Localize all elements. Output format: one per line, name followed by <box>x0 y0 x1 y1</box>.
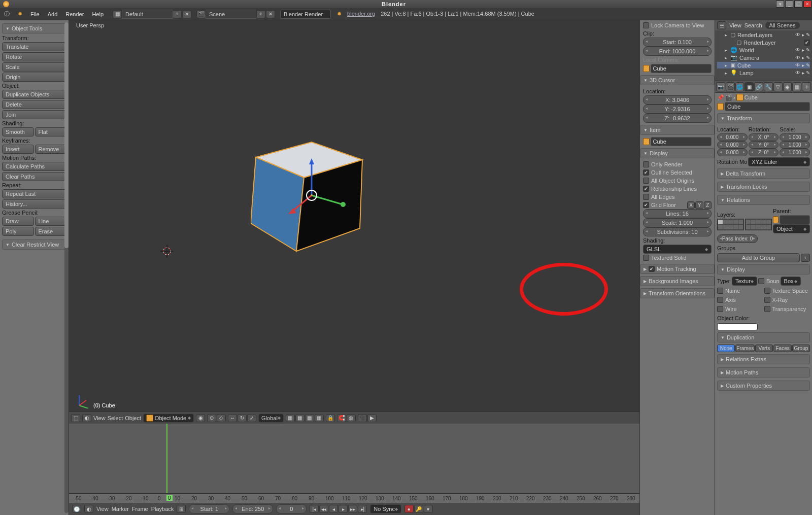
all-origins-check[interactable]: All Object Origins <box>643 177 712 185</box>
grid-scale-field[interactable]: Scale: 1.000 <box>643 218 712 227</box>
pivot-icon[interactable]: ⊙ <box>207 414 216 422</box>
transform-orient-header[interactable]: Transform Orientations <box>640 288 715 298</box>
only-render-check[interactable]: Only Render <box>643 160 712 168</box>
rel-lines-check[interactable]: Relationship Lines <box>643 185 712 193</box>
viewport-shading-icon[interactable]: ◉ <box>196 414 205 422</box>
dup-none[interactable]: None <box>717 345 735 352</box>
scene-del-button[interactable]: ✕ <box>266 10 275 18</box>
textured-solid-check[interactable]: Textured Solid <box>643 254 712 262</box>
duplicate-button[interactable]: Duplicate Objects <box>2 90 66 99</box>
ptab-constraints[interactable]: 🔗 <box>754 82 763 91</box>
scl-y[interactable]: 1.000 <box>780 141 810 149</box>
layout-preset-field[interactable]: Default <box>122 10 173 19</box>
tl-range-icon[interactable]: ⊞ <box>177 505 186 513</box>
join-button[interactable]: Join <box>2 110 66 119</box>
shading-dropdown[interactable]: GLSL <box>643 245 712 254</box>
layout-del-button[interactable]: ✕ <box>182 10 191 18</box>
ol-view[interactable]: View <box>729 22 741 28</box>
render-preview-icon[interactable]: 🎥 <box>358 414 367 422</box>
outliner-item[interactable]: ▸📷Camera👁▸✎ <box>717 54 810 61</box>
blender-link[interactable]: blender.org <box>343 11 379 17</box>
window-max-button[interactable]: ▢ <box>794 1 802 8</box>
manip-rotate-icon[interactable]: ↻ <box>238 414 247 422</box>
loc-y[interactable]: 0.000 <box>717 141 748 149</box>
cursor-z-field[interactable]: Z: -0.9632 <box>643 114 712 123</box>
dup-verts[interactable]: Verts <box>755 345 773 352</box>
gp-poly-button[interactable]: Poly <box>2 227 34 236</box>
object-color-swatch[interactable] <box>717 323 758 330</box>
loc-z[interactable]: 0.000 <box>717 149 748 156</box>
lock-layers-icon[interactable]: 🔒 <box>326 414 335 422</box>
tl-menu-view[interactable]: View <box>96 506 109 512</box>
render-anim-icon[interactable]: ▶ <box>367 414 377 422</box>
3d-viewport[interactable]: User Persp <box>69 20 639 424</box>
splash-icon[interactable]: ✹ <box>14 9 25 19</box>
viewport-editor-icon[interactable]: ⬚ <box>71 414 80 422</box>
clip-end-field[interactable]: End: 1000.000 <box>643 47 712 56</box>
pass-index-field[interactable]: Pass Index: 0 <box>717 234 758 243</box>
bounds-type-dropdown[interactable]: Box <box>781 277 801 286</box>
dup-group[interactable]: Group <box>792 345 810 352</box>
display-panel-header[interactable]: Display <box>640 148 715 158</box>
prev-key-button[interactable]: ◂◂ <box>319 505 328 513</box>
scale-button[interactable]: Scale <box>2 62 66 72</box>
disp-name-check[interactable]: Name <box>717 287 763 295</box>
keyset-icon[interactable]: 🔑 <box>414 505 423 513</box>
outliner-item[interactable]: ▢RenderLayer <box>717 39 810 46</box>
remove-key-button[interactable]: Remove <box>35 145 67 154</box>
relations-header[interactable]: Relations <box>717 195 810 205</box>
parent-type-dropdown[interactable]: Object <box>773 224 810 233</box>
layout-add-button[interactable]: + <box>173 10 182 18</box>
layers-buttons[interactable]: ▦▦▦▦ <box>286 414 324 422</box>
relations-extras-header[interactable]: Relations Extras <box>717 354 810 364</box>
dup-faces[interactable]: Faces <box>773 345 791 352</box>
disp-xray-check[interactable]: X-Ray <box>764 296 810 304</box>
gp-draw-button[interactable]: Draw <box>2 217 34 226</box>
rot-mode-dropdown[interactable]: XYZ Euler <box>748 157 810 166</box>
flat-button[interactable]: Flat <box>35 127 67 136</box>
clear-paths-button[interactable]: Clear Paths <box>2 172 66 181</box>
item-panel-header[interactable]: Item <box>640 125 715 135</box>
timeline-expand-icon[interactable]: ◐ <box>84 505 93 513</box>
jump-end-button[interactable]: ▸| <box>358 505 367 513</box>
cube-object[interactable] <box>251 112 383 264</box>
add-group-plus[interactable]: + <box>801 254 810 262</box>
outliner-item[interactable]: ▸💡Lamp👁▸✎ <box>717 70 810 76</box>
calc-paths-button[interactable]: Calculate Paths <box>2 162 66 171</box>
local-cam-field[interactable] <box>651 64 712 73</box>
snap-type-icon[interactable]: ◍ <box>347 414 356 422</box>
rot-z[interactable]: Z: 0° <box>749 149 779 156</box>
tlocks-header[interactable]: Transform Locks <box>717 182 810 192</box>
delete-button[interactable]: Delete <box>2 100 66 109</box>
rotate-button[interactable]: Rotate <box>2 52 66 61</box>
cursor-y-field[interactable]: Y: -2.9316 <box>643 105 712 114</box>
gp-erase-button[interactable]: Erase <box>35 227 67 236</box>
window-min-button[interactable]: ▾ <box>776 1 784 8</box>
current-frame-field[interactable]: 0 <box>276 504 307 513</box>
disp-texspace-check[interactable]: Texture Space <box>764 287 810 295</box>
orientation-dropdown[interactable]: Global <box>258 414 284 423</box>
scl-z[interactable]: 1.000 <box>780 149 810 156</box>
ptab-texture[interactable]: ▦ <box>792 82 801 91</box>
draw-type-dropdown[interactable]: Textur <box>732 277 757 286</box>
cursor-x-field[interactable]: X: 3.0406 <box>643 95 712 105</box>
end-frame-field[interactable]: End: 250 <box>232 504 273 513</box>
dup-frames[interactable]: Frames <box>735 345 755 352</box>
ptab-object[interactable]: ▣ <box>745 82 754 91</box>
grid-lines-field[interactable]: Lines: 16 <box>643 209 712 218</box>
timeline-canvas[interactable] <box>69 424 639 494</box>
clear-restrict-header[interactable]: Clear Restrict View <box>2 239 66 250</box>
gp-line-button[interactable]: Line <box>35 217 67 226</box>
ol-search[interactable]: Search <box>745 22 762 28</box>
scene-add-button[interactable]: + <box>256 10 265 18</box>
play-rev-button[interactable]: ◂ <box>329 505 338 513</box>
scl-x[interactable]: 1.000 <box>780 133 810 141</box>
outliner-editor-icon[interactable]: ☰ <box>717 21 726 29</box>
motion-tracking-header[interactable]: Motion Tracking <box>640 264 715 274</box>
clip-start-field[interactable]: Start: 0.100 <box>643 38 712 47</box>
sync-dropdown[interactable]: No Sync <box>370 504 401 513</box>
jump-start-button[interactable]: |◂ <box>310 505 319 513</box>
ptab-world[interactable]: 🌐 <box>735 82 745 91</box>
timeline-cursor[interactable] <box>166 424 167 493</box>
outliner-item[interactable]: ▸▢RenderLayers👁▸✎ <box>717 31 810 38</box>
